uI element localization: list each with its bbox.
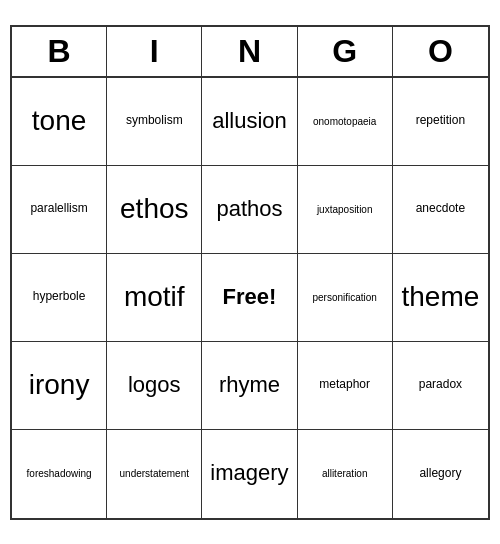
cell-text: repetition bbox=[416, 114, 465, 127]
bingo-cell[interactable]: juxtaposition bbox=[298, 166, 393, 254]
bingo-cell[interactable]: personification bbox=[298, 254, 393, 342]
bingo-cell[interactable]: paradox bbox=[393, 342, 488, 430]
cell-text: anecdote bbox=[416, 202, 465, 215]
cell-text: pathos bbox=[216, 197, 282, 221]
bingo-cell[interactable]: imagery bbox=[202, 430, 297, 518]
cell-text: paralellism bbox=[30, 202, 87, 215]
cell-text: theme bbox=[401, 282, 479, 313]
cell-text: tone bbox=[32, 106, 87, 137]
bingo-cell[interactable]: ethos bbox=[107, 166, 202, 254]
header-letter: N bbox=[202, 27, 297, 76]
bingo-cell[interactable]: repetition bbox=[393, 78, 488, 166]
bingo-header: BINGO bbox=[12, 27, 488, 78]
bingo-cell[interactable]: tone bbox=[12, 78, 107, 166]
cell-text: ethos bbox=[120, 194, 189, 225]
cell-text: personification bbox=[312, 292, 376, 303]
bingo-cell[interactable]: alliteration bbox=[298, 430, 393, 518]
cell-text: metaphor bbox=[319, 378, 370, 391]
cell-text: juxtaposition bbox=[317, 204, 373, 215]
cell-text: understatement bbox=[120, 468, 190, 479]
bingo-cell[interactable]: rhyme bbox=[202, 342, 297, 430]
cell-text: allegory bbox=[419, 467, 461, 480]
cell-text: Free! bbox=[223, 285, 277, 309]
cell-text: allusion bbox=[212, 109, 287, 133]
cell-text: rhyme bbox=[219, 373, 280, 397]
bingo-cell[interactable]: understatement bbox=[107, 430, 202, 518]
cell-text: alliteration bbox=[322, 468, 368, 479]
bingo-cell[interactable]: pathos bbox=[202, 166, 297, 254]
bingo-cell[interactable]: Free! bbox=[202, 254, 297, 342]
cell-text: hyperbole bbox=[33, 290, 86, 303]
cell-text: imagery bbox=[210, 461, 288, 485]
header-letter: B bbox=[12, 27, 107, 76]
bingo-cell[interactable]: symbolism bbox=[107, 78, 202, 166]
bingo-cell[interactable]: motif bbox=[107, 254, 202, 342]
bingo-cell[interactable]: theme bbox=[393, 254, 488, 342]
bingo-card: BINGO tonesymbolismallusiononomotopaeiar… bbox=[10, 25, 490, 520]
cell-text: paradox bbox=[419, 378, 462, 391]
bingo-cell[interactable]: onomotopaeia bbox=[298, 78, 393, 166]
bingo-cell[interactable]: paralellism bbox=[12, 166, 107, 254]
bingo-cell[interactable]: logos bbox=[107, 342, 202, 430]
bingo-cell[interactable]: hyperbole bbox=[12, 254, 107, 342]
cell-text: logos bbox=[128, 373, 181, 397]
bingo-cell[interactable]: allusion bbox=[202, 78, 297, 166]
cell-text: irony bbox=[29, 370, 90, 401]
cell-text: motif bbox=[124, 282, 185, 313]
bingo-cell[interactable]: foreshadowing bbox=[12, 430, 107, 518]
bingo-cell[interactable]: metaphor bbox=[298, 342, 393, 430]
bingo-cell[interactable]: allegory bbox=[393, 430, 488, 518]
bingo-cell[interactable]: anecdote bbox=[393, 166, 488, 254]
bingo-grid: tonesymbolismallusiononomotopaeiarepetit… bbox=[12, 78, 488, 518]
cell-text: onomotopaeia bbox=[313, 116, 376, 127]
header-letter: O bbox=[393, 27, 488, 76]
header-letter: G bbox=[298, 27, 393, 76]
header-letter: I bbox=[107, 27, 202, 76]
bingo-cell[interactable]: irony bbox=[12, 342, 107, 430]
cell-text: foreshadowing bbox=[27, 468, 92, 479]
cell-text: symbolism bbox=[126, 114, 183, 127]
